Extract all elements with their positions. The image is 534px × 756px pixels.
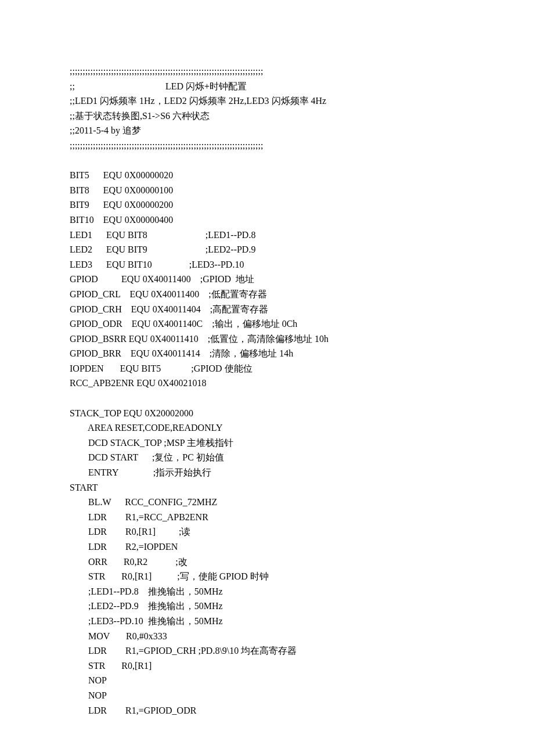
blank-line (70, 153, 464, 168)
code-line: ;LED2--PD.9 推挽输出，50MHz (70, 599, 464, 614)
code-line: IOPDEN EQU BIT5 ;GPIOD 使能位 (70, 361, 464, 376)
code-line: GPIOD_ODR EQU 0X4001140C ;输出，偏移地址 0Ch (70, 316, 464, 332)
code-line: LDR R1,=GPIOD_CRH ;PD.8\9\10 均在高寄存器 (70, 643, 464, 658)
code-line: ;;;;;;;;;;;;;;;;;;;;;;;;;;;;;;;;;;;;;;;;… (70, 138, 464, 153)
code-line: STACK_TOP EQU 0X20002000 (70, 406, 464, 421)
code-line: LDR R0,[R1] ;读 (70, 524, 464, 539)
code-line: ;LED1--PD.8 推挽输出，50MHz (70, 584, 464, 599)
code-line: GPIOD_BSRR EQU 0X40011410 ;低置位，高清除偏移地址 1… (70, 332, 464, 347)
code-line: ENTRY ;指示开始执行 (70, 465, 464, 480)
code-line: STR R0,[R1] (70, 658, 464, 674)
code-line: DCD START ;复位，PC 初始值 (70, 450, 464, 465)
code-line: ;LED3--PD.10 推挽输出，50MHz (70, 614, 464, 629)
code-line: RCC_APB2ENR EQU 0X40021018 (70, 376, 464, 391)
code-line: NOP (70, 673, 464, 688)
code-line: GPIOD_CRH EQU 0X40011404 ;高配置寄存器 (70, 302, 464, 317)
code-line: START (70, 480, 464, 495)
code-line: LED2 EQU BIT9 ;LED2--PD.9 (70, 242, 464, 257)
code-line: BIT9 EQU 0X00000200 (70, 197, 464, 213)
code-line: ;;基于状态转换图,S1->S6 六种状态 (70, 109, 464, 124)
code-line: ;; LED 闪烁+时钟配置 (70, 79, 464, 94)
code-line: GPIOD_CRL EQU 0X40011400 ;低配置寄存器 (70, 287, 464, 302)
code-line: MOV R0,#0x333 (70, 629, 464, 644)
code-line: LDR R1,=GPIOD_ODR (70, 703, 464, 718)
code-line: STR R0,[R1] ;写，使能 GPIOD 时钟 (70, 569, 464, 584)
code-line: LED3 EQU BIT10 ;LED3--PD.10 (70, 257, 464, 272)
code-line: ORR R0,R2 ;改 (70, 555, 464, 570)
code-line: BIT5 EQU 0X00000020 (70, 168, 464, 183)
code-line: GPIOD_BRR EQU 0X40011414 ;清除，偏移地址 14h (70, 346, 464, 361)
code-line: ;;2011-5-4 by 追梦 (70, 123, 464, 138)
code-line: ;;;;;;;;;;;;;;;;;;;;;;;;;;;;;;;;;;;;;;;;… (70, 64, 464, 79)
code-line: BIT10 EQU 0X00000400 (70, 213, 464, 228)
code-line: ;;LED1 闪烁频率 1Hz，LED2 闪烁频率 2Hz,LED3 闪烁频率 … (70, 93, 464, 109)
code-line: BL.W RCC_CONFIG_72MHZ (70, 495, 464, 510)
code-line: LDR R2,=IOPDEN (70, 539, 464, 555)
code-line: AREA RESET,CODE,READONLY (70, 420, 464, 435)
document-content: ;;;;;;;;;;;;;;;;;;;;;;;;;;;;;;;;;;;;;;;;… (70, 64, 464, 718)
code-line: BIT8 EQU 0X00000100 (70, 183, 464, 198)
code-line: GPIOD EQU 0X40011400 ;GPIOD 地址 (70, 272, 464, 287)
blank-line (70, 391, 464, 406)
code-line: NOP (70, 688, 464, 703)
code-line: LED1 EQU BIT8 ;LED1--PD.8 (70, 228, 464, 243)
code-line: LDR R1,=RCC_APB2ENR (70, 510, 464, 525)
code-line: DCD STACK_TOP ;MSP 主堆栈指针 (70, 435, 464, 451)
